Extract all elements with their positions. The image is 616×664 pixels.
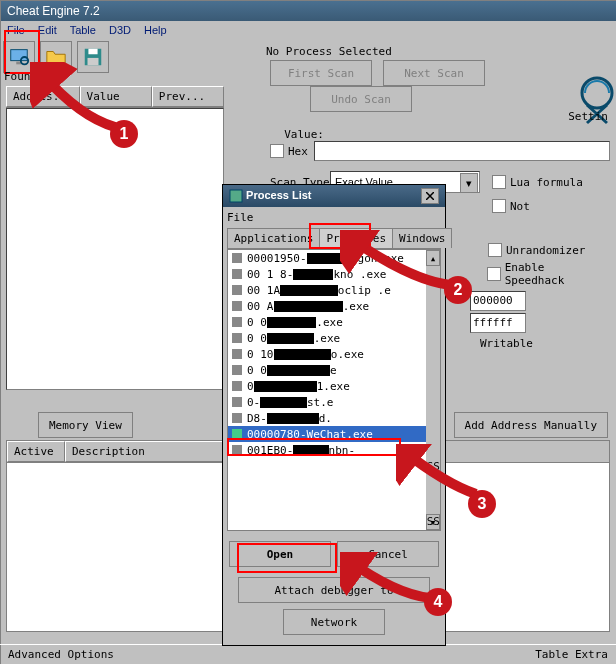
value-label: Value:: [270, 128, 360, 141]
speedhack-checkbox[interactable]: [487, 267, 501, 281]
menubar: File Edit Table D3D Help: [1, 21, 616, 39]
close-icon: [426, 192, 434, 200]
col-active[interactable]: Active: [7, 441, 65, 462]
svg-rect-8: [232, 253, 242, 263]
col-previous[interactable]: Prev...: [152, 86, 224, 107]
process-row-icon: [230, 443, 244, 457]
no-process-label: No Process Selected: [266, 45, 392, 58]
anno-circle-3: 3: [468, 490, 496, 518]
dialog-menu-file[interactable]: File: [227, 211, 441, 224]
process-row[interactable]: 0-st.e: [228, 394, 440, 410]
anno-circle-1: 1: [110, 120, 138, 148]
not-label: Not: [510, 200, 530, 213]
svg-rect-19: [232, 429, 242, 439]
process-row[interactable]: D8-d.: [228, 410, 440, 426]
table-extras-link[interactable]: Table Extra: [535, 648, 608, 661]
svg-rect-15: [232, 365, 242, 375]
process-row[interactable]: 01.exe: [228, 378, 440, 394]
process-row-icon: [230, 267, 244, 281]
open-button[interactable]: Open: [229, 541, 331, 567]
svg-rect-18: [232, 413, 242, 423]
advanced-options-link[interactable]: Advanced Options: [8, 648, 114, 661]
first-scan-button[interactable]: First Scan: [270, 60, 372, 86]
status-bar: Advanced Options Table Extra: [0, 644, 616, 664]
process-row[interactable]: 0 10o.exe: [228, 346, 440, 362]
add-address-button[interactable]: Add Address Manually: [454, 412, 608, 438]
menu-file[interactable]: File: [7, 24, 25, 36]
svg-rect-9: [232, 269, 242, 279]
process-row[interactable]: 0 0.exe: [228, 314, 440, 330]
unrandom-checkbox[interactable]: [488, 243, 502, 257]
process-row[interactable]: 00000780-WeChat.exe: [228, 426, 440, 442]
svg-rect-13: [232, 333, 242, 343]
menu-edit[interactable]: Edit: [38, 24, 57, 36]
value-input[interactable]: [314, 141, 610, 161]
tab-applications[interactable]: Applications: [227, 228, 320, 248]
svg-rect-16: [232, 381, 242, 391]
monitor-icon: [8, 46, 30, 68]
process-row[interactable]: 0 0 .exe: [228, 330, 440, 346]
addr-range-stop[interactable]: ffffff: [470, 313, 526, 333]
svg-rect-0: [11, 50, 28, 61]
anno-circle-2: 2: [444, 276, 472, 304]
process-row-icon: [230, 251, 244, 265]
process-row-icon: [230, 315, 244, 329]
svg-rect-17: [232, 397, 242, 407]
process-row-icon: [230, 395, 244, 409]
next-scan-button[interactable]: Next Scan: [383, 60, 485, 86]
network-button[interactable]: Network: [283, 609, 385, 635]
hex-checkbox[interactable]: [270, 144, 284, 158]
menu-table[interactable]: Table: [70, 24, 96, 36]
undo-scan-button[interactable]: Undo Scan: [310, 86, 412, 112]
svg-rect-11: [232, 301, 242, 311]
titlebar: Cheat Engine 7.2: [1, 1, 616, 21]
svg-rect-20: [232, 445, 242, 455]
not-checkbox[interactable]: [492, 199, 506, 213]
app-title: Cheat Engine 7.2: [7, 4, 100, 18]
svg-rect-4: [89, 49, 98, 55]
speedhack-label: Enable Speedhack: [505, 261, 610, 287]
arrow-2-icon: [340, 230, 460, 300]
process-row-icon: [230, 283, 244, 297]
writable-label: Writable: [480, 337, 533, 350]
dialog-title: Process List: [246, 189, 311, 201]
svg-rect-12: [232, 317, 242, 327]
process-icon: [229, 189, 243, 203]
close-button[interactable]: [421, 188, 439, 204]
process-row-icon: [230, 379, 244, 393]
svg-rect-7: [230, 190, 242, 202]
menu-help[interactable]: Help: [144, 24, 167, 36]
chevron-down-icon: ▾: [460, 173, 478, 193]
process-row[interactable]: 0 0e: [228, 362, 440, 378]
memory-view-button[interactable]: Memory View: [38, 412, 133, 438]
process-row-icon: [230, 411, 244, 425]
unrandom-label: Unrandomizer: [506, 244, 585, 257]
results-listbox[interactable]: [6, 108, 224, 390]
hex-label: Hex: [288, 145, 308, 158]
col-description[interactable]: Description: [65, 441, 229, 462]
menu-d3d[interactable]: D3D: [109, 24, 131, 36]
lua-checkbox[interactable]: [492, 175, 506, 189]
ss-label-2: SS: [427, 515, 440, 528]
process-row-icon: [230, 331, 244, 345]
process-row[interactable]: 00 A .exe: [228, 298, 440, 314]
anno-circle-4: 4: [424, 588, 452, 616]
dialog-titlebar[interactable]: Process List: [223, 185, 445, 207]
addr-range-start[interactable]: 000000: [470, 291, 526, 311]
svg-rect-10: [232, 285, 242, 295]
settings-label[interactable]: Settin: [568, 110, 608, 123]
process-row-icon: [230, 427, 244, 441]
process-row-icon: [230, 347, 244, 361]
lua-label: Lua formula: [510, 176, 583, 189]
process-row-icon: [230, 299, 244, 313]
process-row-icon: [230, 363, 244, 377]
svg-rect-14: [232, 349, 242, 359]
